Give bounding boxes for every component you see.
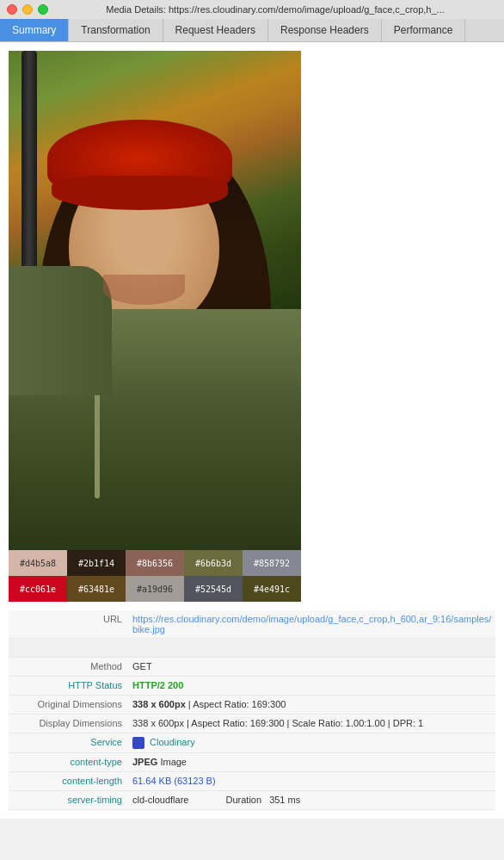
separator-row xyxy=(9,639,495,658)
display-dimensions-row: Display Dimensions 338 x 600px | Aspect … xyxy=(9,715,495,733)
url-label: URL xyxy=(9,610,129,628)
cloudinary-icon xyxy=(132,737,144,749)
tab-bar: Summary Transformation Request Headers R… xyxy=(0,19,504,42)
http-status-value: HTTP/2 200 xyxy=(129,677,495,694)
swatch-2: #2b1f14 xyxy=(67,550,126,576)
tab-request-headers[interactable]: Request Headers xyxy=(163,19,268,41)
method-value: GET xyxy=(129,658,495,675)
url-value[interactable]: https://res.cloudinary.com/demo/image/up… xyxy=(129,610,495,638)
window-title: Media Details: https://res.cloudinary.co… xyxy=(53,4,497,15)
tab-summary[interactable]: Summary xyxy=(0,19,69,41)
swatch-7: #63481e xyxy=(67,576,126,602)
swatch-1: #d4b5a8 xyxy=(9,550,67,576)
title-bar: Media Details: https://res.cloudinary.co… xyxy=(0,0,504,19)
swatch-5: #858792 xyxy=(243,550,301,576)
content-length-row: content-length 61.64 KB (63123 B) xyxy=(9,772,495,791)
display-dimensions-label: Display Dimensions xyxy=(9,715,129,732)
service-label: Service xyxy=(9,733,129,751)
color-swatches-row1: #d4b5a8 #2b1f14 #8b6356 #6b6b3d #858792 xyxy=(9,550,301,576)
swatch-10: #4e491c xyxy=(243,576,301,602)
original-dimensions-row: Original Dimensions 338 x 600px | Aspect… xyxy=(9,696,495,715)
maximize-button[interactable] xyxy=(38,4,48,15)
method-row: Method GET xyxy=(9,658,495,677)
swatch-3: #8b6356 xyxy=(126,550,184,576)
url-link[interactable]: https://res.cloudinary.com/demo/image/up… xyxy=(132,614,491,634)
method-label: Method xyxy=(9,658,129,675)
display-dimensions-value: 338 x 600px | Aspect Ratio: 169:300 | Sc… xyxy=(129,715,495,732)
service-row: Service Cloudinary xyxy=(9,733,495,753)
content-length-value: 61.64 KB (63123 B) xyxy=(129,772,495,789)
swatch-8: #a19d96 xyxy=(126,576,184,602)
url-row: URL https://res.cloudinary.com/demo/imag… xyxy=(9,610,495,639)
minimize-button[interactable] xyxy=(22,4,33,15)
tab-response-headers[interactable]: Response Headers xyxy=(268,19,382,41)
color-swatches-row2: #cc061e #63481e #a19d96 #52545d #4e491c xyxy=(9,576,301,602)
main-content: #d4b5a8 #2b1f14 #8b6356 #6b6b3d #858792 … xyxy=(0,42,504,819)
duration-value: 351 ms xyxy=(269,795,300,805)
server-timing-label: server-timing xyxy=(9,791,129,808)
swatch-4: #6b6b3d xyxy=(184,550,243,576)
http-status-label: HTTP Status xyxy=(9,677,129,694)
content-type-row: content-type JPEG Image xyxy=(9,753,495,772)
content-length-label: content-length xyxy=(9,772,129,789)
original-dimensions-label: Original Dimensions xyxy=(9,696,129,713)
content-type-value: JPEG Image xyxy=(129,753,495,770)
swatch-6: #cc061e xyxy=(9,576,67,602)
http-status-row: HTTP Status HTTP/2 200 xyxy=(9,677,495,696)
tab-transformation[interactable]: Transformation xyxy=(69,19,163,41)
preview-image xyxy=(9,51,301,550)
close-button[interactable] xyxy=(7,4,17,15)
server-timing-value: cld-cloudflare Duration 351 ms xyxy=(129,791,495,808)
swatch-9: #52545d xyxy=(184,576,243,602)
content-type-label: content-type xyxy=(9,753,129,770)
duration-label: Duration xyxy=(225,795,261,805)
info-section: URL https://res.cloudinary.com/demo/imag… xyxy=(9,610,495,810)
server-timing-row: server-timing cld-cloudflare Duration 35… xyxy=(9,791,495,810)
service-value: Cloudinary xyxy=(129,733,495,752)
tab-performance[interactable]: Performance xyxy=(382,19,466,41)
original-dimensions-value: 338 x 600px | Aspect Ratio: 169:300 xyxy=(129,696,495,713)
